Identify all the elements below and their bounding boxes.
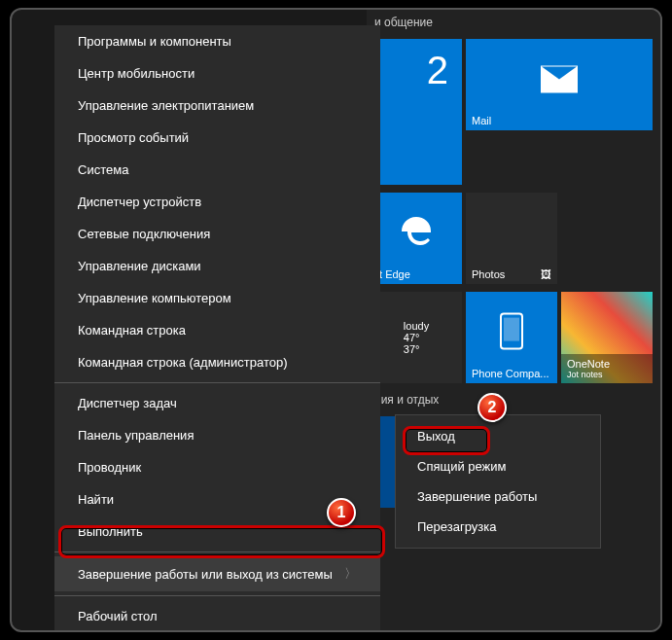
- submenu-signout[interactable]: Выход: [396, 421, 600, 451]
- ctx-disk-management[interactable]: Управление дисками: [54, 250, 380, 282]
- winx-context-menu: Программы и компоненты Центр мобильности…: [54, 25, 380, 632]
- ctx-control-panel[interactable]: Панель управления: [54, 419, 380, 451]
- svg-rect-2: [504, 318, 519, 341]
- separator: [54, 595, 380, 596]
- shutdown-submenu: Выход Спящий режим Завершение работы Пер…: [395, 414, 601, 549]
- tile-weather[interactable]: loudy 47° 37°: [371, 292, 462, 383]
- ctx-command-prompt[interactable]: Командная строка: [54, 314, 380, 346]
- ctx-command-prompt-admin[interactable]: Командная строка (администратор): [54, 346, 380, 378]
- tile-mail[interactable]: Mail: [466, 39, 653, 130]
- ctx-file-explorer[interactable]: Проводник: [54, 451, 380, 483]
- tile-phone-companion[interactable]: Phone Compa...: [466, 292, 557, 383]
- ctx-desktop[interactable]: Рабочий стол: [54, 600, 380, 632]
- section-header-2: ния и отдых: [367, 387, 660, 412]
- ctx-shutdown-signout[interactable]: Завершение работы или выход из системы 〉: [54, 556, 380, 591]
- tile-calendar[interactable]: 2: [371, 39, 462, 185]
- chevron-right-icon: 〉: [344, 565, 357, 583]
- submenu-restart[interactable]: Перезагрузка: [396, 512, 600, 542]
- ctx-computer-management[interactable]: Управление компьютером: [54, 282, 380, 314]
- ctx-task-manager[interactable]: Диспетчер задач: [54, 387, 380, 419]
- ctx-system[interactable]: Система: [54, 154, 380, 186]
- ctx-power-options[interactable]: Управление электропитанием: [54, 89, 380, 122]
- ctx-mobility-center[interactable]: Центр мобильности: [54, 57, 380, 89]
- mail-icon: [540, 65, 579, 98]
- annotation-badge-1: 1: [327, 498, 356, 527]
- ctx-event-viewer[interactable]: Просмотр событий: [54, 122, 380, 154]
- section-header: и общение: [367, 10, 660, 35]
- tile-photos[interactable]: Photos 🖼: [466, 193, 557, 284]
- ctx-device-manager[interactable]: Диспетчер устройств: [54, 186, 380, 218]
- separator: [54, 551, 380, 552]
- tile-edge[interactable]: ft Edge: [371, 193, 462, 284]
- edge-icon: [399, 215, 434, 254]
- submenu-shutdown[interactable]: Завершение работы: [396, 481, 600, 512]
- ctx-programs-features[interactable]: Программы и компоненты: [54, 25, 380, 57]
- photo-icon: 🖼: [541, 268, 551, 280]
- phone-icon: [499, 312, 524, 355]
- submenu-sleep[interactable]: Спящий режим: [396, 451, 600, 481]
- annotation-badge-2: 2: [477, 393, 507, 422]
- tile-onenote[interactable]: OneNote Jot notes: [561, 292, 653, 383]
- ctx-network-connections[interactable]: Сетевые подключения: [54, 218, 380, 250]
- separator: [54, 382, 380, 383]
